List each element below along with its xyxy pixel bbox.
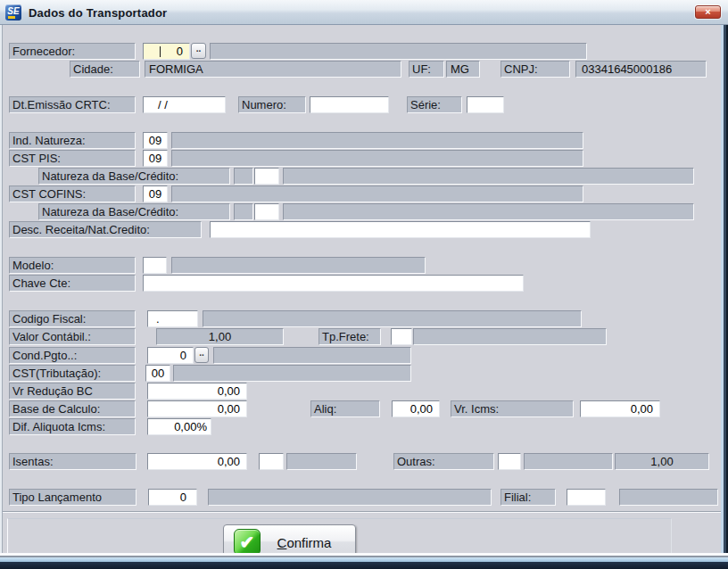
cst-pis-label: CST PIS:: [9, 150, 136, 167]
nat-base-cofins-spacer-field: [234, 203, 253, 220]
serie-label: Série:: [407, 96, 462, 113]
app-logo-icon: SE: [5, 4, 21, 21]
nat-base-cofins-code-input[interactable]: [254, 203, 279, 220]
serie-input[interactable]: [467, 96, 504, 113]
codigo-fiscal-input[interactable]: .: [147, 310, 198, 327]
filial-input[interactable]: [567, 489, 606, 506]
ind-natureza-input[interactable]: 09: [143, 132, 168, 149]
valor-contabil-field: 1,00: [156, 328, 284, 345]
base-calculo-label: Base de Calculo:: [9, 400, 136, 417]
outras-code-input[interactable]: [498, 453, 521, 470]
text-cursor: [160, 46, 161, 57]
modelo-label: Modelo:: [9, 257, 136, 274]
ind-natureza-label: Ind. Natureza:: [9, 132, 136, 149]
dif-aliquota-icms-label: Dif. Aliquota Icms:: [9, 418, 136, 435]
nat-base-pis-spacer-field: [234, 168, 253, 185]
nat-base-pis-label: Natureza da Base/Crédito:: [38, 168, 230, 185]
cst-tributacao-input[interactable]: 00: [145, 365, 170, 382]
window-border-left-inner: [2, 25, 3, 569]
footer-divider-highlight: [3, 512, 721, 513]
dif-aliquota-icms-input[interactable]: 0,00%: [147, 418, 211, 435]
confirma-button-label: Confirma: [261, 535, 355, 550]
vr-icms-input[interactable]: 0,00: [580, 400, 660, 417]
cond-pgto-desc-field: [213, 347, 411, 364]
outras-desc-field: [524, 453, 613, 470]
fornecedor-code-input[interactable]: 0: [143, 43, 190, 60]
uf-field: MG: [446, 61, 480, 78]
tp-frete-input[interactable]: [391, 328, 412, 345]
nat-base-cofins-label: Natureza da Base/Crédito:: [38, 203, 230, 220]
cst-pis-input[interactable]: 09: [143, 150, 168, 167]
base-calculo-input[interactable]: 0,00: [147, 400, 247, 417]
cst-tributacao-desc-field: [173, 365, 411, 382]
numero-label: Numero:: [238, 96, 306, 113]
cst-cofins-input[interactable]: 09: [143, 186, 168, 202]
dialog-dados-transportador: SE Dados do Transportador × Fornecedor: …: [0, 0, 728, 569]
dt-emissao-input[interactable]: / /: [143, 96, 226, 113]
cst-cofins-label: CST COFINS:: [9, 186, 136, 202]
cnpj-label: CNPJ:: [500, 61, 570, 78]
app-logo-gold-bar: [8, 16, 15, 19]
fornecedor-browse-button[interactable]: ..: [191, 43, 206, 59]
close-button[interactable]: ×: [695, 5, 721, 19]
cnpj-field: 03341645000186: [575, 61, 707, 78]
close-icon: ×: [705, 6, 710, 17]
tp-frete-label: Tp.Frete:: [318, 328, 381, 345]
dt-emissao-label: Dt.Emissão CRTC:: [9, 96, 136, 113]
cst-tributacao-label: CST(Tributação):: [9, 365, 136, 382]
title-bar[interactable]: SE Dados do Transportador ×: [0, 0, 728, 25]
cond-pgto-input[interactable]: 0: [147, 347, 194, 364]
filial-desc-field: [619, 489, 718, 506]
check-icon: ✔: [234, 529, 261, 556]
codigo-fiscal-label: Codigo Fiscal:: [9, 310, 136, 327]
aliq-input[interactable]: 0,00: [392, 400, 440, 417]
cst-cofins-desc-field: [171, 186, 583, 202]
outras-label: Outras:: [393, 453, 494, 470]
tipo-lancamento-label: Tipo Lançamento: [9, 489, 136, 506]
cond-pgto-browse-button[interactable]: ..: [194, 347, 209, 363]
vr-icms-label: Vr. Icms:: [451, 400, 574, 417]
fornecedor-name-field: [210, 43, 587, 60]
ind-natureza-desc-field: [171, 132, 583, 149]
valor-contabil-label: Valor Contábil.:: [9, 328, 136, 345]
isentas-desc-field: [286, 453, 357, 470]
vr-reducao-bc-label: Vr Redução BC: [9, 383, 136, 400]
nat-base-pis-desc-field: [283, 168, 694, 185]
tp-frete-desc-field: [413, 328, 607, 345]
fornecedor-label: Fornecedor:: [9, 43, 136, 60]
numero-input[interactable]: [310, 96, 389, 113]
nat-base-cofins-desc-field: [283, 203, 694, 220]
cst-pis-desc-field: [171, 150, 583, 167]
tipo-lancamento-input[interactable]: 0: [148, 489, 197, 506]
filial-label: Filial:: [500, 489, 556, 506]
isentas-code-input[interactable]: [259, 453, 284, 470]
app-logo-text: SE: [7, 6, 19, 16]
chave-cte-label: Chave Cte:: [9, 275, 136, 292]
vr-reducao-bc-input[interactable]: 0,00: [147, 383, 247, 400]
desc-receita-label: Desc. Receita/Nat.Credito:: [9, 221, 202, 238]
aliq-label: Aliq:: [310, 400, 380, 417]
isentas-label: Isentas:: [9, 453, 136, 470]
modelo-input[interactable]: [143, 257, 167, 274]
window-title: Dados do Transportador: [29, 6, 167, 20]
cidade-label: Cidade:: [70, 61, 140, 78]
modelo-desc-field: [171, 257, 426, 274]
desc-receita-input[interactable]: [210, 221, 591, 238]
outras-value-field: 1,00: [615, 453, 709, 470]
window-border-bottom-dark: [0, 562, 728, 569]
isentas-input[interactable]: 0,00: [147, 453, 247, 470]
codigo-fiscal-desc-field: [203, 310, 582, 327]
cidade-field: FORMIGA: [145, 61, 401, 78]
nat-base-pis-code-input[interactable]: [254, 168, 279, 185]
cond-pgto-label: Cond.Pgto..:: [9, 347, 136, 364]
uf-label: UF:: [409, 61, 444, 78]
chave-cte-input[interactable]: [143, 275, 524, 292]
tipo-lancamento-desc-field: [208, 489, 492, 506]
